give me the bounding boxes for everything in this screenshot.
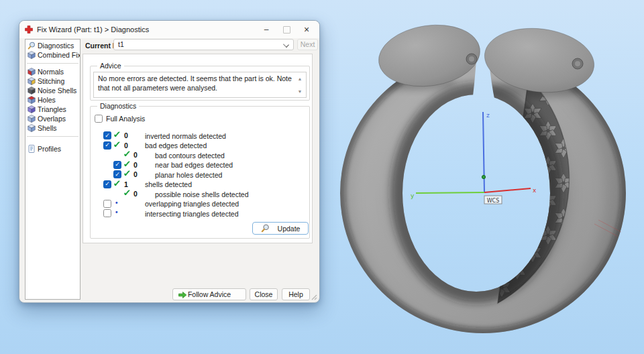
svg-text:WCS: WCS: [487, 198, 500, 204]
follow-advice-label: Follow Advice: [188, 290, 231, 298]
cube-stitching-icon: [28, 77, 36, 85]
resize-grip[interactable]: [310, 293, 317, 300]
next-button[interactable]: Next: [297, 39, 318, 50]
diagnostic-count: 0: [133, 170, 138, 178]
sidebar-item-stitching[interactable]: Stitching: [25, 76, 80, 86]
sidebar-item-label: Triangles: [38, 105, 66, 113]
green-arrow-icon: [178, 291, 187, 299]
sidebar-item-label: Normals: [38, 68, 64, 76]
current-part-value: t1: [118, 40, 124, 48]
sidebar-item-label: Overlaps: [38, 115, 66, 123]
ok-check-icon: ✓: [123, 149, 131, 159]
sidebar-item-noise-shells[interactable]: Noise Shells: [25, 86, 80, 95]
axis-point-marker: [482, 175, 485, 178]
follow-advice-button[interactable]: Follow Advice: [172, 288, 246, 300]
cube-holes-icon: [28, 96, 36, 104]
sidebar-item-shells[interactable]: Shells: [25, 123, 80, 133]
diagnostic-label: possible noise shells detected: [155, 190, 249, 198]
sidebar-item-profiles[interactable]: Profiles: [25, 144, 80, 154]
advice-text-box: No more errors are detected. It seems th…: [93, 72, 307, 98]
ok-check-icon: ✓: [113, 129, 121, 139]
maximize-icon: [283, 26, 290, 34]
diagnostic-count: 0: [124, 141, 128, 150]
diagnostic-checkbox[interactable]: ✓: [103, 131, 111, 139]
diagnostic-row-planar-holes-detected: ✓✓0planar holes detected: [91, 170, 309, 180]
fix-wizard-dialog: Fix Wizard (Part: t1) > Diagnostics – × …: [19, 20, 320, 303]
current-part-combobox[interactable]: t1: [113, 39, 294, 50]
sidebar-item-normals[interactable]: Normals: [25, 67, 80, 76]
pending-dot-icon: •: [115, 199, 118, 206]
diagnostic-count: 0: [133, 190, 138, 198]
ok-check-icon: ✓: [113, 139, 121, 150]
diagnostic-checkbox[interactable]: [103, 209, 111, 217]
magnifier-icon: [261, 224, 270, 233]
full-analysis-checkbox[interactable]: [95, 115, 103, 123]
sidebar-item-label: Stitching: [38, 77, 64, 85]
advice-scroll-up-icon[interactable]: ▲: [296, 76, 304, 82]
diagnostic-label: overlapping triangles detected: [145, 200, 239, 208]
ok-check-icon: ✓: [113, 178, 121, 188]
full-analysis-label: Full Analysis: [106, 115, 145, 123]
diagnostic-count: 0: [124, 131, 128, 139]
sidebar-separator: [27, 63, 78, 64]
cube-shells-icon: [28, 124, 36, 132]
sidebar-item-diagnostics[interactable]: Diagnostics: [25, 41, 80, 50]
diagnostic-checkbox[interactable]: ✓: [113, 170, 121, 178]
help-button[interactable]: Help: [282, 288, 310, 300]
update-button[interactable]: Update: [252, 222, 309, 235]
sidebar-item-triangles[interactable]: Triangles: [25, 105, 80, 114]
x-axis-label: x: [533, 187, 537, 194]
diagnostic-label: bad contours detected: [155, 152, 225, 160]
close-dialog-button[interactable]: Close: [250, 288, 278, 300]
advice-group: Advice No more errors are detected. It s…: [90, 66, 310, 101]
cube-noise-icon: [28, 86, 36, 95]
diagnostic-checkbox[interactable]: ✓: [103, 180, 111, 188]
maximize-button[interactable]: [276, 21, 297, 38]
y-axis-label: y: [411, 192, 415, 199]
sidebar-item-label: Holes: [38, 96, 56, 104]
sidebar-separator: [27, 136, 78, 137]
diagnostic-label: shells detected: [145, 180, 192, 188]
y-axis: [416, 192, 484, 193]
cube-normals-icon: [28, 68, 36, 76]
cube-triangles-icon: [28, 105, 36, 113]
cube-blue-icon: [28, 51, 36, 59]
diagnostic-count: 0: [133, 161, 138, 169]
diagnostic-checkbox[interactable]: [103, 200, 111, 208]
diagnostic-row-overlapping-triangles-detected: •overlapping triangles detected: [91, 199, 309, 209]
cube-overlaps-icon: [28, 115, 36, 123]
sidebar-item-combined-fix[interactable]: Combined Fix: [25, 50, 80, 60]
ok-check-icon: ✓: [123, 188, 131, 198]
window-title: Fix Wizard (Part: t1) > Diagnostics: [37, 25, 149, 34]
minimize-button[interactable]: –: [256, 21, 276, 38]
wcs-label: WCS: [484, 196, 502, 204]
chevron-down-icon: [283, 42, 289, 48]
pending-dot-icon: •: [115, 209, 118, 216]
sidebar-item-holes[interactable]: Holes: [25, 95, 80, 105]
ok-check-icon: ✓: [123, 168, 131, 178]
window-close-button[interactable]: ×: [297, 21, 317, 38]
diagnostic-label: near bad edges detected: [155, 161, 233, 169]
sidebar-item-label: Shells: [38, 124, 57, 132]
title-bar[interactable]: Fix Wizard (Part: t1) > Diagnostics – ×: [19, 21, 319, 38]
sidebar-item-label: Noise Shells: [38, 86, 76, 95]
diagnostic-label: bad edges detected: [145, 141, 207, 150]
update-button-label: Update: [278, 225, 301, 233]
sidebar-item-label: Profiles: [38, 145, 61, 153]
sidebar-item-label: Combined Fix: [38, 51, 80, 59]
diagnostic-label: inverted normals detected: [145, 132, 226, 140]
sidebar-item-label: Diagnostics: [38, 42, 74, 50]
diagnostic-checkbox[interactable]: ✓: [103, 141, 111, 150]
magnifier-icon: [28, 42, 36, 50]
advice-scroll-down-icon[interactable]: ▼: [296, 89, 304, 95]
diagnostic-count: 0: [133, 151, 138, 159]
diagnostic-row-intersecting-triangles-detected: •intersecting triangles detected: [91, 209, 309, 219]
diagnostic-count: 1: [124, 180, 128, 188]
profiles-icon: [28, 145, 36, 153]
diagnostics-group-label: Diagnostics: [97, 102, 139, 110]
content-panel: Advice No more errors are detected. It s…: [83, 54, 313, 243]
diagnostic-row-possible-noise-shells-detected: ✓0possible noise shells detected: [91, 189, 309, 199]
sidebar-item-overlaps[interactable]: Overlaps: [25, 114, 80, 123]
diagnostic-label: intersecting triangles detected: [145, 210, 239, 218]
diagnostic-checkbox[interactable]: ✓: [113, 161, 121, 169]
